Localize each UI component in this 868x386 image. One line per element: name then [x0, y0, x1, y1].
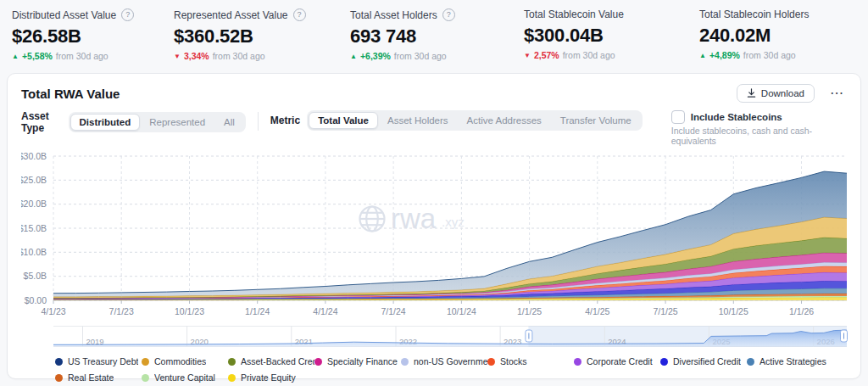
legend-item-non-us-government-debt[interactable]: non-US Governme... — [401, 355, 487, 368]
legend-item-private-equity[interactable]: Private Equity — [228, 371, 314, 384]
legend-dot — [228, 374, 236, 382]
filter-divider — [258, 112, 259, 131]
stat-value: 693 748 — [350, 25, 524, 48]
asset-type-option-all[interactable]: All — [214, 114, 244, 131]
stat-label-text: Total Asset Holders — [350, 9, 437, 21]
y-axis-tick-label: $5.0B — [24, 271, 47, 281]
info-icon[interactable]: ? — [121, 8, 134, 21]
rwa-dashboard: Distributed Asset Value? $26.58B ▲+5,58%… — [0, 0, 868, 386]
brush-handle-right[interactable] — [841, 330, 848, 342]
legend-label: Venture Capital — [154, 372, 215, 383]
y-axis-tick-label: $0.00 — [25, 295, 47, 305]
delta-value: 3,34% — [184, 51, 209, 61]
x-axis-tick-label: 10/1/23 — [175, 306, 204, 316]
x-axis-tick-label: 4/1/25 — [585, 306, 609, 316]
download-button[interactable]: Download — [737, 84, 815, 103]
legend-item-stocks[interactable]: Stocks — [487, 355, 574, 368]
delta-suffix: from 30d ago — [394, 51, 447, 61]
x-axis-tick-label: 7/1/24 — [381, 306, 405, 316]
legend-label: non-US Governme... — [414, 356, 487, 366]
include-stablecoins-checkbox[interactable] — [671, 110, 685, 124]
svg-text:.xyz: .xyz — [442, 215, 465, 229]
legend-item-venture-capital[interactable]: Venture Capital — [142, 371, 228, 384]
stat-label-text: Distributed Asset Value — [12, 9, 116, 21]
y-axis-tick-label: $20.0B — [21, 199, 47, 209]
legend-item-commodities[interactable]: Commodities — [142, 355, 228, 368]
y-axis-tick-label: $30.0B — [21, 151, 47, 161]
asset-type-option-distributed[interactable]: Distributed — [70, 114, 141, 131]
delta-value: +6,39% — [360, 51, 391, 61]
x-axis-tick-label: 7/1/23 — [109, 306, 134, 316]
page-title: Total RWA Value — [21, 87, 120, 101]
x-axis-tick-label: 10/1/24 — [447, 306, 476, 316]
asset-type-filter: Asset Type DistributedRepresentedAll — [21, 110, 246, 134]
legend-dot — [747, 358, 754, 366]
stat-label-text: Total Stablecoin Holders — [699, 8, 809, 20]
metric-label: Metric — [270, 115, 300, 126]
include-stablecoins-row[interactable]: Include Stablecoins — [671, 110, 847, 124]
delta-suffix: from 30d ago — [56, 51, 108, 61]
legend-item-specialty-finance[interactable]: Specialty Finance — [314, 355, 401, 368]
legend-label: Stocks — [500, 356, 527, 366]
metric-option-transfer-volume[interactable]: Transfer Volume — [551, 112, 641, 129]
arrow-up-icon: ▲ — [699, 52, 706, 59]
legend-dot — [142, 374, 149, 382]
ellipsis-icon: ⋯ — [830, 86, 843, 100]
delta-suffix: from 30d ago — [213, 51, 265, 61]
stat-represented-asset-value: Represented Asset Value? $360.52B ▼3,34%… — [174, 8, 350, 68]
more-options-button[interactable]: ⋯ — [826, 87, 847, 100]
metric-option-active-addresses[interactable]: Active Addresses — [458, 112, 551, 129]
metric-filter: Metric Total ValueAsset HoldersActive Ad… — [270, 110, 643, 131]
stat-delta: ▼3,34%from 30d ago — [174, 51, 350, 61]
stat-distributed-asset-value: Distributed Asset Value? $26.58B ▲+5,58%… — [12, 8, 174, 68]
delta-suffix: from 30d ago — [743, 50, 796, 60]
delta-value: +4,89% — [709, 50, 740, 60]
legend-dot — [228, 358, 236, 366]
stat-value: $300.04B — [524, 25, 699, 47]
stat-label: Total Stablecoin Value — [524, 8, 699, 20]
include-stablecoins-subtext: Include stablecoins, cash and cash-equiv… — [671, 126, 847, 146]
stat-label: Distributed Asset Value? — [12, 8, 174, 21]
brush-handle-left[interactable] — [526, 330, 532, 342]
legend-label: Private Equity — [241, 372, 296, 383]
stat-delta: ▼2,57%from 30d ago — [524, 50, 699, 60]
arrow-down-icon: ▼ — [174, 53, 181, 60]
delta-suffix: from 30d ago — [563, 50, 615, 60]
total-rwa-chart[interactable]: $30.0B$25.0B$20.0B$15.0B$10.0B$5.0B$0.00… — [21, 149, 849, 319]
info-icon[interactable]: ? — [442, 8, 455, 21]
metric-segmented-control: Total ValueAsset HoldersActive Addresses… — [307, 110, 643, 131]
stat-value: 240.02M — [699, 25, 868, 47]
y-axis-tick-label: $25.0B — [21, 175, 47, 185]
asset-type-option-represented[interactable]: Represented — [140, 114, 214, 131]
legend-item-us-treasury-debt[interactable]: US Treasury Debt — [55, 355, 142, 368]
x-axis-tick-label: 1/1/25 — [517, 306, 542, 316]
delta-value: 2,57% — [534, 50, 559, 60]
x-axis-tick-label: 1/1/26 — [789, 306, 814, 316]
stat-delta: ▲+5,58%from 30d ago — [12, 51, 174, 61]
info-icon[interactable]: ? — [293, 8, 306, 21]
legend-label: Asset-Backed Credit — [241, 356, 314, 366]
stat-total-stablecoin-holders: Total Stablecoin Holders 240.02M ▲+4,89%… — [699, 8, 868, 68]
legend-item-active-strategies[interactable]: Active Strategies — [747, 355, 833, 368]
legend-item-asset-backed-credit[interactable]: Asset-Backed Credit — [228, 355, 314, 368]
legend-label: Specialty Finance — [327, 356, 398, 366]
include-stablecoins-block: Include Stablecoins Include stablecoins,… — [671, 110, 847, 146]
stat-value: $360.52B — [174, 25, 350, 48]
legend-item-real-estate[interactable]: Real Estate — [55, 371, 142, 384]
legend-dot — [55, 358, 63, 366]
card-header-actions: Download ⋯ — [737, 84, 847, 103]
y-axis-tick-label: $15.0B — [21, 223, 47, 233]
metric-option-asset-holders[interactable]: Asset Holders — [378, 112, 458, 129]
legend-label: Active Strategies — [760, 356, 826, 366]
stat-delta: ▲+4,89%from 30d ago — [699, 50, 868, 60]
svg-text:rwa: rwa — [391, 203, 437, 234]
timeline-brush[interactable]: 20192020202120222023202420252026 — [21, 326, 849, 349]
include-stablecoins-label: Include Stablecoins — [691, 112, 782, 122]
stat-total-stablecoin-value: Total Stablecoin Value $300.04B ▼2,57%fr… — [524, 8, 699, 68]
metric-option-total-value[interactable]: Total Value — [309, 112, 378, 129]
legend-label: Diversified Credit — [673, 356, 741, 366]
legend-label: Commodities — [154, 356, 206, 366]
legend-item-corporate-credit[interactable]: Corporate Credit — [574, 355, 660, 368]
legend-label: Corporate Credit — [587, 356, 653, 366]
legend-item-diversified-credit[interactable]: Diversified Credit — [660, 355, 747, 368]
